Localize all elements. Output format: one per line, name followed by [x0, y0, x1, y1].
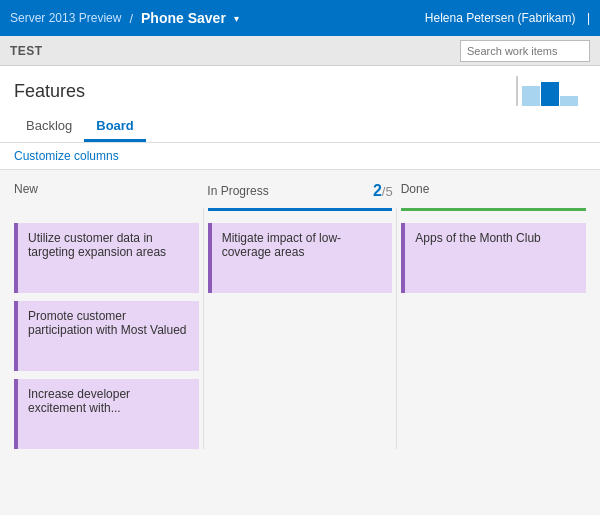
toolbar: Customize columns: [0, 143, 600, 170]
col-header-new: New: [10, 180, 203, 202]
card-inprogress-1[interactable]: Mitigate impact of low-coverage areas: [208, 223, 393, 293]
chart-bar-3: [560, 96, 578, 106]
nav-tabs: Backlog Board: [14, 112, 586, 142]
tab-board[interactable]: Board: [84, 112, 146, 142]
card-new-2[interactable]: Promote customer participation with Most…: [14, 301, 199, 371]
col-header-inprogress-label: In Progress: [207, 184, 268, 198]
wip-current: 2: [373, 182, 382, 199]
features-chart: [516, 76, 586, 106]
card-new-1-text: Utilize customer data in targeting expan…: [28, 231, 166, 259]
col-header-done: Done: [397, 180, 590, 202]
card-new-3-text: Increase developer excitement with...: [28, 387, 130, 415]
inprogress-top-indicator: [208, 208, 393, 211]
col-header-new-label: New: [14, 182, 38, 196]
features-header: Features Backlog Board: [0, 66, 600, 143]
search-input[interactable]: [467, 45, 583, 57]
card-new-2-text: Promote customer participation with Most…: [28, 309, 187, 337]
card-inprogress-1-text: Mitigate impact of low-coverage areas: [222, 231, 341, 259]
topbar: Server 2013 Preview / Phone Saver ▾ Hele…: [0, 0, 600, 36]
col-header-inprogress: In Progress 2/5: [203, 180, 396, 202]
tab-backlog[interactable]: Backlog: [14, 112, 84, 142]
topbar-separator: /: [129, 11, 133, 26]
card-new-3[interactable]: Increase developer excitement with...: [14, 379, 199, 449]
card-done-1[interactable]: Apps of the Month Club: [401, 223, 586, 293]
user-name: Helena Petersen (Fabrikam): [425, 11, 576, 25]
chart-bar-2: [541, 82, 559, 106]
card-new-1[interactable]: Utilize customer data in targeting expan…: [14, 223, 199, 293]
col-inprogress: Mitigate impact of low-coverage areas: [204, 208, 398, 449]
col-done: Apps of the Month Club: [397, 208, 590, 449]
done-top-indicator: [401, 208, 586, 211]
project-name[interactable]: Phone Saver: [141, 10, 226, 26]
board-area: New In Progress 2/5 Done Utilize custome…: [0, 170, 600, 459]
server-name: Server 2013 Preview: [10, 11, 121, 25]
topbar-left: Server 2013 Preview / Phone Saver ▾: [10, 10, 239, 26]
col-new: Utilize customer data in targeting expan…: [10, 208, 204, 449]
board-columns-header: New In Progress 2/5 Done: [10, 180, 590, 202]
features-title-row: Features: [14, 76, 586, 106]
wip-count: 2/5: [373, 182, 393, 200]
subbar-label: TEST: [10, 44, 43, 58]
search-box[interactable]: [460, 40, 590, 62]
col-header-done-label: Done: [401, 182, 430, 196]
new-top-indicator: [14, 208, 199, 211]
features-title: Features: [14, 81, 85, 102]
chart-bar-1: [522, 86, 540, 106]
topbar-right: Helena Petersen (Fabrikam) |: [425, 11, 590, 25]
customize-columns-link[interactable]: Customize columns: [14, 149, 119, 163]
topbar-divider: |: [587, 11, 590, 25]
wip-limit: /5: [382, 184, 393, 199]
subbar: TEST: [0, 36, 600, 66]
card-done-1-text: Apps of the Month Club: [415, 231, 540, 245]
board-columns: Utilize customer data in targeting expan…: [10, 208, 590, 449]
project-dropdown-icon[interactable]: ▾: [234, 13, 239, 24]
